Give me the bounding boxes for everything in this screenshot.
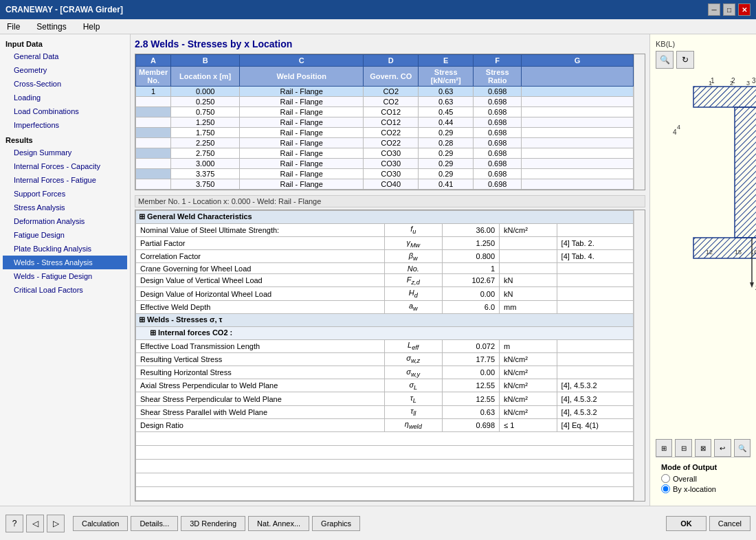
ok-button[interactable]: OK [666, 516, 707, 531]
sidebar-item-welds-stress[interactable]: Welds - Stress Analysis [3, 256, 127, 269]
col-header-g: G [522, 55, 634, 67]
help-icon-btn[interactable]: ? [5, 515, 23, 532]
section2-label: Welds - Stresses σ, τ [147, 315, 222, 324]
svg-text:16: 16 [751, 249, 756, 256]
table-row[interactable]: 1 0.000 Rail - Flange CO2 0.63 0.698 [136, 87, 634, 97]
radio-by-x-input[interactable] [661, 484, 670, 493]
svg-text:3: 3 [752, 77, 756, 85]
col-header-b: B [171, 55, 240, 67]
table-row[interactable]: 3.750 Rail - Flange CO40 0.41 0.698 [136, 179, 634, 190]
menu-help[interactable]: Help [79, 21, 104, 33]
section1-label: General Weld Characteristics [147, 212, 252, 221]
cross-section-svg: 1 2 3 10 4 [656, 73, 756, 293]
maximize-button[interactable]: □ [723, 3, 735, 16]
empty-row [136, 487, 634, 501]
bottom-left-icons: ? ◁ ▷ [5, 515, 65, 532]
table-row[interactable]: 2.250 Rail - Flange CO22 0.28 0.698 [136, 138, 634, 148]
page-title: 2.8 Welds - Stresses by x Location [135, 38, 645, 49]
section1-toggle[interactable]: ⊞ [139, 212, 145, 221]
menu-bar: File Settings Help [0, 19, 756, 34]
empty-row [136, 432, 634, 446]
section2-toggle[interactable]: ⊞ [139, 315, 145, 324]
sidebar-item-support-forces[interactable]: Support Forces [3, 187, 127, 201]
table-row[interactable]: 3.000 Rail - Flange CO30 0.29 0.698 [136, 159, 634, 169]
sidebar-item-loading[interactable]: Loading [3, 91, 127, 104]
sidebar-item-cross-section[interactable]: Cross-Section [3, 77, 127, 91]
subheader-weld-pos: Weld Position [240, 67, 364, 87]
svg-marker-23 [750, 282, 754, 288]
radio-by-x-label: By x-location [673, 485, 716, 493]
main-table-scrollbar[interactable] [634, 54, 645, 190]
bottom-toolbar: ? ◁ ▷ Calculation Details... 3D Renderin… [0, 506, 756, 540]
sidebar-item-fatigue-design[interactable]: Fatigue Design [3, 228, 127, 242]
col-header-d: D [364, 55, 419, 67]
main-data-grid-wrapper: A B C D E F G Member No. [135, 54, 645, 190]
icon-btn-1[interactable]: ⊞ [656, 439, 672, 457]
table-row[interactable]: 1.750 Rail - Flange CO22 0.29 0.698 [136, 128, 634, 138]
sidebar-section-input: Input Data [3, 38, 127, 49]
table-row[interactable]: 0.750 Rail - Flange CO12 0.45 0.698 [136, 107, 634, 117]
sidebar-item-internal-forces-fatigue[interactable]: Internal Forces - Fatigue [3, 173, 127, 187]
sidebar-item-geometry[interactable]: Geometry [3, 63, 127, 77]
radio-overall[interactable]: Overall [661, 474, 745, 483]
prev-icon-btn[interactable]: ◁ [26, 515, 44, 532]
close-button[interactable]: ✕ [738, 3, 751, 16]
detail-row: Resulting Horizontal Stress σw,y 0.00 kN… [136, 366, 634, 379]
radio-overall-input[interactable] [661, 474, 670, 483]
detail-row: Axial Stress Perpendicular to Weld Plane… [136, 379, 634, 392]
calculation-button[interactable]: Calculation [73, 516, 128, 531]
sidebar-item-general-data[interactable]: General Data [3, 49, 127, 63]
detail-row: Design Value of Horizontal Wheel Load Hd… [136, 287, 634, 300]
detail-row: Shear Stress Perpendicular to Weld Plane… [136, 392, 634, 405]
next-icon-btn[interactable]: ▷ [47, 515, 65, 532]
section2a-toggle[interactable]: ⊞ [150, 328, 156, 337]
icon-bar: 🔍 ↻ [656, 51, 751, 69]
table-row[interactable]: 2.750 Rail - Flange CO30 0.29 0.698 [136, 148, 634, 159]
sidebar-item-stress-analysis[interactable]: Stress Analysis [3, 201, 127, 214]
table-row[interactable]: 1.250 Rail - Flange CO12 0.44 0.698 [136, 117, 634, 128]
col-header-e: E [419, 55, 474, 67]
subheader-stress: Stress [kN/cm²] [419, 67, 474, 87]
detail-row: Shear Stress Parallel with Weld Plane τl… [136, 405, 634, 418]
member-info: Member No. 1 - Location x: 0.000 - Weld:… [135, 195, 645, 207]
sidebar-item-imperfections[interactable]: Imperfections [3, 118, 127, 132]
menu-settings[interactable]: Settings [32, 21, 70, 33]
empty-row [136, 446, 634, 460]
detail-row: Design Ratio ηweld 0.698 ≤ 1 [4] Eq. 4(1… [136, 418, 634, 431]
view-icon-2[interactable]: ↻ [676, 51, 694, 69]
view-icon-1[interactable]: 🔍 [656, 51, 674, 69]
sidebar-item-deformation-analysis[interactable]: Deformation Analysis [3, 214, 127, 228]
icon-btn-3[interactable]: ⊠ [695, 439, 711, 457]
icon-btn-4[interactable]: ↩ [714, 439, 731, 457]
nat-annex-button[interactable]: Nat. Annex... [248, 516, 309, 531]
top-section: 2.8 Welds - Stresses by x Location A B C… [131, 34, 756, 506]
menu-file[interactable]: File [3, 21, 24, 33]
subheader-member: Member No. [136, 67, 171, 87]
section1-header-row: ⊞ General Weld Characteristics [136, 211, 634, 224]
detail-row: Correlation Factor βw 0.800 [4] Tab. 4. [136, 250, 634, 263]
right-icon-toolbar: ⊞ ⊟ ⊠ ↩ 🔍 [656, 439, 751, 457]
mode-of-output: Mode of Output Overall By x-location [656, 457, 751, 500]
graphics-button[interactable]: Graphics [312, 516, 360, 531]
sidebar-item-welds-fatigue[interactable]: Welds - Fatigue Design [3, 269, 127, 283]
details-button[interactable]: Details... [131, 516, 178, 531]
svg-text:2: 2 [730, 80, 733, 87]
svg-text:1: 1 [709, 80, 712, 87]
sidebar-item-internal-forces-capacity[interactable]: Internal Forces - Capacity [3, 159, 127, 173]
rendering-button[interactable]: 3D Rendering [181, 516, 245, 531]
radio-by-x[interactable]: By x-location [661, 484, 745, 493]
cross-section-label: KB(L) [656, 40, 751, 48]
table-row[interactable]: 0.250 Rail - Flange CO2 0.63 0.698 [136, 97, 634, 107]
main-layout: Input Data General Data Geometry Cross-S… [0, 34, 756, 506]
sidebar-item-load-combinations[interactable]: Load Combinations [3, 104, 127, 118]
icon-btn-5[interactable]: 🔍 [734, 439, 751, 457]
sidebar-item-design-summary[interactable]: Design Summary [3, 146, 127, 159]
table-row[interactable]: 3.375 Rail - Flange CO30 0.29 0.698 [136, 169, 634, 179]
minimize-button[interactable]: ─ [708, 3, 720, 16]
details-scrollbar[interactable] [634, 210, 645, 501]
cancel-button[interactable]: Cancel [709, 516, 751, 531]
sidebar-item-critical-load[interactable]: Critical Load Factors [3, 283, 127, 297]
icon-btn-2[interactable]: ⊟ [675, 439, 691, 457]
sidebar-item-plate-buckling[interactable]: Plate Buckling Analysis [3, 242, 127, 256]
empty-row [136, 473, 634, 487]
